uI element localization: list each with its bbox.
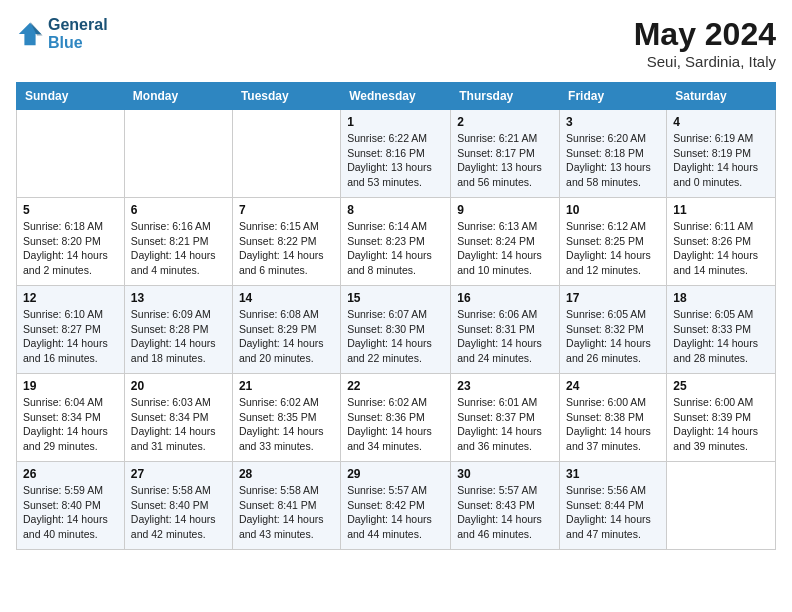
calendar-cell: 9Sunrise: 6:13 AMSunset: 8:24 PMDaylight… bbox=[451, 198, 560, 286]
day-info: Sunrise: 6:04 AMSunset: 8:34 PMDaylight:… bbox=[23, 395, 118, 454]
day-number: 20 bbox=[131, 379, 226, 393]
day-info: Sunrise: 6:02 AMSunset: 8:35 PMDaylight:… bbox=[239, 395, 334, 454]
calendar-cell: 5Sunrise: 6:18 AMSunset: 8:20 PMDaylight… bbox=[17, 198, 125, 286]
calendar-cell: 4Sunrise: 6:19 AMSunset: 8:19 PMDaylight… bbox=[667, 110, 776, 198]
day-info: Sunrise: 6:15 AMSunset: 8:22 PMDaylight:… bbox=[239, 219, 334, 278]
day-number: 15 bbox=[347, 291, 444, 305]
title-block: May 2024 Seui, Sardinia, Italy bbox=[634, 16, 776, 70]
calendar-week-row: 1Sunrise: 6:22 AMSunset: 8:16 PMDaylight… bbox=[17, 110, 776, 198]
day-header-friday: Friday bbox=[560, 83, 667, 110]
day-info: Sunrise: 6:21 AMSunset: 8:17 PMDaylight:… bbox=[457, 131, 553, 190]
day-info: Sunrise: 6:09 AMSunset: 8:28 PMDaylight:… bbox=[131, 307, 226, 366]
day-number: 13 bbox=[131, 291, 226, 305]
calendar-week-row: 26Sunrise: 5:59 AMSunset: 8:40 PMDayligh… bbox=[17, 462, 776, 550]
day-info: Sunrise: 6:07 AMSunset: 8:30 PMDaylight:… bbox=[347, 307, 444, 366]
calendar-cell: 10Sunrise: 6:12 AMSunset: 8:25 PMDayligh… bbox=[560, 198, 667, 286]
calendar-cell: 16Sunrise: 6:06 AMSunset: 8:31 PMDayligh… bbox=[451, 286, 560, 374]
calendar-cell: 15Sunrise: 6:07 AMSunset: 8:30 PMDayligh… bbox=[341, 286, 451, 374]
day-info: Sunrise: 6:10 AMSunset: 8:27 PMDaylight:… bbox=[23, 307, 118, 366]
calendar-cell: 31Sunrise: 5:56 AMSunset: 8:44 PMDayligh… bbox=[560, 462, 667, 550]
calendar-cell: 24Sunrise: 6:00 AMSunset: 8:38 PMDayligh… bbox=[560, 374, 667, 462]
calendar-body: 1Sunrise: 6:22 AMSunset: 8:16 PMDaylight… bbox=[17, 110, 776, 550]
calendar-cell: 12Sunrise: 6:10 AMSunset: 8:27 PMDayligh… bbox=[17, 286, 125, 374]
page-header: General Blue May 2024 Seui, Sardinia, It… bbox=[16, 16, 776, 70]
calendar-cell bbox=[232, 110, 340, 198]
day-number: 6 bbox=[131, 203, 226, 217]
calendar-cell: 14Sunrise: 6:08 AMSunset: 8:29 PMDayligh… bbox=[232, 286, 340, 374]
calendar-cell bbox=[124, 110, 232, 198]
day-number: 18 bbox=[673, 291, 769, 305]
day-number: 5 bbox=[23, 203, 118, 217]
day-number: 31 bbox=[566, 467, 660, 481]
calendar-cell: 17Sunrise: 6:05 AMSunset: 8:32 PMDayligh… bbox=[560, 286, 667, 374]
day-number: 30 bbox=[457, 467, 553, 481]
calendar-cell bbox=[17, 110, 125, 198]
day-info: Sunrise: 6:12 AMSunset: 8:25 PMDaylight:… bbox=[566, 219, 660, 278]
month-year: May 2024 bbox=[634, 16, 776, 53]
day-number: 2 bbox=[457, 115, 553, 129]
calendar-week-row: 19Sunrise: 6:04 AMSunset: 8:34 PMDayligh… bbox=[17, 374, 776, 462]
day-info: Sunrise: 6:02 AMSunset: 8:36 PMDaylight:… bbox=[347, 395, 444, 454]
logo-text: General Blue bbox=[48, 16, 108, 51]
day-info: Sunrise: 6:16 AMSunset: 8:21 PMDaylight:… bbox=[131, 219, 226, 278]
day-info: Sunrise: 5:57 AMSunset: 8:42 PMDaylight:… bbox=[347, 483, 444, 542]
day-number: 3 bbox=[566, 115, 660, 129]
day-info: Sunrise: 6:05 AMSunset: 8:32 PMDaylight:… bbox=[566, 307, 660, 366]
day-number: 27 bbox=[131, 467, 226, 481]
calendar-cell: 30Sunrise: 5:57 AMSunset: 8:43 PMDayligh… bbox=[451, 462, 560, 550]
logo: General Blue bbox=[16, 16, 108, 51]
calendar-table: SundayMondayTuesdayWednesdayThursdayFrid… bbox=[16, 82, 776, 550]
calendar-cell: 8Sunrise: 6:14 AMSunset: 8:23 PMDaylight… bbox=[341, 198, 451, 286]
day-header-wednesday: Wednesday bbox=[341, 83, 451, 110]
calendar-cell bbox=[667, 462, 776, 550]
day-info: Sunrise: 6:22 AMSunset: 8:16 PMDaylight:… bbox=[347, 131, 444, 190]
day-info: Sunrise: 6:06 AMSunset: 8:31 PMDaylight:… bbox=[457, 307, 553, 366]
day-number: 22 bbox=[347, 379, 444, 393]
day-info: Sunrise: 6:13 AMSunset: 8:24 PMDaylight:… bbox=[457, 219, 553, 278]
calendar-cell: 18Sunrise: 6:05 AMSunset: 8:33 PMDayligh… bbox=[667, 286, 776, 374]
day-number: 16 bbox=[457, 291, 553, 305]
calendar-cell: 2Sunrise: 6:21 AMSunset: 8:17 PMDaylight… bbox=[451, 110, 560, 198]
calendar-cell: 28Sunrise: 5:58 AMSunset: 8:41 PMDayligh… bbox=[232, 462, 340, 550]
day-number: 12 bbox=[23, 291, 118, 305]
day-number: 26 bbox=[23, 467, 118, 481]
day-header-saturday: Saturday bbox=[667, 83, 776, 110]
day-info: Sunrise: 6:08 AMSunset: 8:29 PMDaylight:… bbox=[239, 307, 334, 366]
day-number: 23 bbox=[457, 379, 553, 393]
day-number: 8 bbox=[347, 203, 444, 217]
day-number: 11 bbox=[673, 203, 769, 217]
calendar-cell: 1Sunrise: 6:22 AMSunset: 8:16 PMDaylight… bbox=[341, 110, 451, 198]
day-number: 21 bbox=[239, 379, 334, 393]
day-header-tuesday: Tuesday bbox=[232, 83, 340, 110]
calendar-cell: 6Sunrise: 6:16 AMSunset: 8:21 PMDaylight… bbox=[124, 198, 232, 286]
calendar-cell: 29Sunrise: 5:57 AMSunset: 8:42 PMDayligh… bbox=[341, 462, 451, 550]
day-info: Sunrise: 6:18 AMSunset: 8:20 PMDaylight:… bbox=[23, 219, 118, 278]
calendar-cell: 20Sunrise: 6:03 AMSunset: 8:34 PMDayligh… bbox=[124, 374, 232, 462]
day-info: Sunrise: 6:00 AMSunset: 8:39 PMDaylight:… bbox=[673, 395, 769, 454]
day-info: Sunrise: 5:56 AMSunset: 8:44 PMDaylight:… bbox=[566, 483, 660, 542]
day-info: Sunrise: 5:57 AMSunset: 8:43 PMDaylight:… bbox=[457, 483, 553, 542]
day-number: 25 bbox=[673, 379, 769, 393]
day-number: 17 bbox=[566, 291, 660, 305]
day-number: 7 bbox=[239, 203, 334, 217]
calendar-cell: 19Sunrise: 6:04 AMSunset: 8:34 PMDayligh… bbox=[17, 374, 125, 462]
day-number: 1 bbox=[347, 115, 444, 129]
day-number: 29 bbox=[347, 467, 444, 481]
calendar-cell: 23Sunrise: 6:01 AMSunset: 8:37 PMDayligh… bbox=[451, 374, 560, 462]
location: Seui, Sardinia, Italy bbox=[634, 53, 776, 70]
day-info: Sunrise: 5:58 AMSunset: 8:40 PMDaylight:… bbox=[131, 483, 226, 542]
day-number: 14 bbox=[239, 291, 334, 305]
day-number: 9 bbox=[457, 203, 553, 217]
calendar-cell: 26Sunrise: 5:59 AMSunset: 8:40 PMDayligh… bbox=[17, 462, 125, 550]
calendar-header: SundayMondayTuesdayWednesdayThursdayFrid… bbox=[17, 83, 776, 110]
calendar-cell: 3Sunrise: 6:20 AMSunset: 8:18 PMDaylight… bbox=[560, 110, 667, 198]
calendar-cell: 11Sunrise: 6:11 AMSunset: 8:26 PMDayligh… bbox=[667, 198, 776, 286]
calendar-cell: 21Sunrise: 6:02 AMSunset: 8:35 PMDayligh… bbox=[232, 374, 340, 462]
day-number: 28 bbox=[239, 467, 334, 481]
day-number: 10 bbox=[566, 203, 660, 217]
day-header-sunday: Sunday bbox=[17, 83, 125, 110]
calendar-cell: 7Sunrise: 6:15 AMSunset: 8:22 PMDaylight… bbox=[232, 198, 340, 286]
day-info: Sunrise: 6:20 AMSunset: 8:18 PMDaylight:… bbox=[566, 131, 660, 190]
day-info: Sunrise: 6:14 AMSunset: 8:23 PMDaylight:… bbox=[347, 219, 444, 278]
day-header-monday: Monday bbox=[124, 83, 232, 110]
